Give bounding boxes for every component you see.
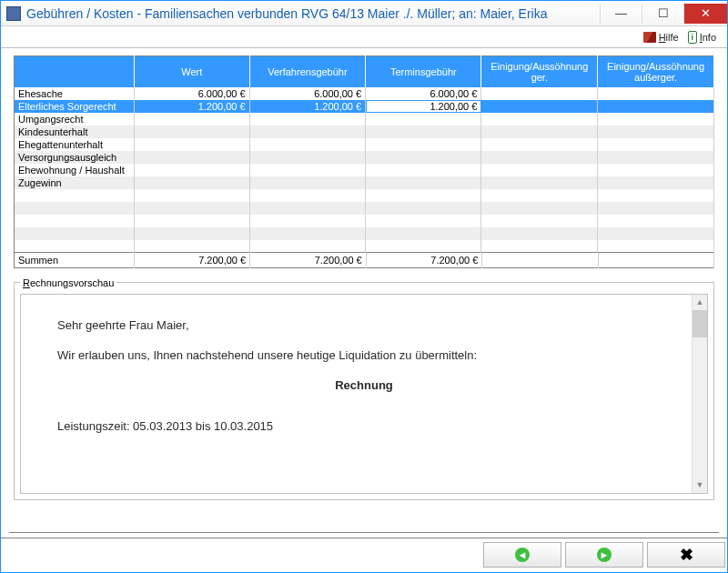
cell-ea[interactable] (598, 113, 714, 126)
maximize-button[interactable]: ☐ (642, 4, 683, 24)
scroll-thumb[interactable] (693, 310, 707, 337)
fees-grid[interactable]: Wert Verfahrensgebühr Terminsgebühr Eini… (14, 55, 714, 253)
cell-label[interactable]: Ehegattenunterhalt (15, 138, 135, 151)
footer-separator (9, 532, 719, 533)
cell-wert[interactable] (134, 138, 249, 151)
book-icon (643, 32, 656, 43)
sum-verf: 7.200,00 € (250, 253, 367, 267)
sum-ea (598, 253, 713, 267)
cell-term[interactable] (366, 151, 481, 164)
cell-label[interactable]: Zugewinn (15, 176, 135, 189)
cell-label[interactable]: Umgangsrecht (15, 113, 135, 126)
cell-wert[interactable] (134, 113, 249, 126)
table-row[interactable]: Zugewinn (15, 176, 714, 189)
col-header-eg[interactable]: Einigung/Aussöhnung ger. (481, 56, 598, 87)
app-icon (6, 6, 21, 21)
preview-scrollbar[interactable]: ▲ ▼ (692, 295, 707, 493)
table-row[interactable]: Ehewohnung / Haushalt (15, 164, 714, 176)
forward-button[interactable]: ► (565, 542, 643, 568)
cell-eg[interactable] (481, 164, 598, 176)
cell-verf[interactable] (249, 113, 365, 126)
cell-ea[interactable] (598, 138, 714, 151)
cell-wert[interactable] (134, 164, 249, 176)
cell-wert[interactable] (134, 176, 249, 189)
cell-wert[interactable] (134, 151, 249, 164)
table-row[interactable]: Elterliches Sorgerecht1.200,00 €1.200,00… (15, 100, 714, 113)
col-header-term[interactable]: Terminsgebühr (366, 56, 481, 87)
grid-header-row: Wert Verfahrensgebühr Terminsgebühr Eini… (15, 56, 714, 87)
cell-term[interactable] (366, 176, 481, 189)
cell-term[interactable] (366, 113, 481, 126)
table-row[interactable]: Ehegattenunterhalt (15, 138, 714, 151)
info-icon: i (688, 31, 697, 44)
cell-label[interactable]: Kindesunterhalt (15, 126, 135, 138)
back-button[interactable]: ◄ (483, 542, 561, 568)
help-label: Hilfe (659, 32, 679, 43)
table-row[interactable]: Versorgungsausgleich (15, 151, 714, 164)
grid-sum-row: Summen 7.200,00 € 7.200,00 € 7.200,00 € (14, 253, 714, 268)
col-header-ea[interactable]: Einigung/Aussöhnung außerger. (598, 56, 714, 87)
cell-eg[interactable] (481, 126, 598, 138)
main-content: Wert Verfahrensgebühr Terminsgebühr Eini… (1, 48, 727, 500)
footer: ◄ ► ✖ (1, 538, 727, 572)
cell-eg[interactable] (481, 87, 598, 100)
col-header-verf[interactable]: Verfahrensgebühr (249, 56, 365, 87)
cell-term[interactable] (366, 164, 481, 176)
cell-ea[interactable] (598, 151, 714, 164)
arrow-right-icon: ► (597, 548, 612, 562)
cell-term[interactable] (366, 126, 481, 138)
cell-term[interactable] (366, 138, 481, 151)
cell-verf[interactable] (249, 176, 365, 189)
close-button[interactable]: ✕ (683, 4, 727, 24)
cell-ea[interactable] (598, 164, 714, 176)
cell-verf[interactable] (249, 164, 365, 176)
sum-label: Summen (15, 253, 135, 267)
titlebar: Gebühren / Kosten - Familiensachen verbu… (1, 1, 727, 26)
cell-ea[interactable] (598, 100, 714, 113)
window-title: Gebühren / Kosten - Familiensachen verbu… (26, 6, 600, 21)
table-row[interactable]: Kindesunterhalt (15, 126, 714, 138)
preview-heading: Rechnung (57, 378, 671, 392)
sum-wert: 7.200,00 € (134, 253, 250, 267)
toolbar: Hilfe i Info (1, 26, 727, 48)
table-row[interactable]: Ehesache6.000,00 €6.000,00 €6.000,00 € (15, 87, 714, 100)
cell-verf[interactable]: 1.200,00 € (249, 100, 365, 113)
preview-legend: Rechnungsvorschau (20, 277, 116, 288)
cell-verf[interactable] (249, 151, 365, 164)
cell-wert[interactable]: 1.200,00 € (134, 100, 249, 113)
scroll-down-icon[interactable]: ▼ (693, 478, 707, 493)
cell-wert[interactable]: 6.000,00 € (134, 87, 249, 100)
info-button[interactable]: i Info (684, 30, 720, 45)
minimize-button[interactable]: — (600, 4, 642, 24)
preview-greeting: Sehr geehrte Frau Maier, (57, 318, 671, 332)
cell-verf[interactable] (249, 138, 365, 151)
cell-eg[interactable] (481, 176, 598, 189)
table-row[interactable]: Umgangsrecht (15, 113, 714, 126)
cell-label[interactable]: Versorgungsausgleich (15, 151, 135, 164)
help-button[interactable]: Hilfe (640, 31, 682, 44)
sum-term: 7.200,00 € (366, 253, 482, 267)
close-icon: ✖ (680, 545, 693, 565)
cell-verf[interactable] (249, 126, 365, 138)
cell-label[interactable]: Ehesache (15, 87, 135, 100)
cell-eg[interactable] (481, 151, 598, 164)
scroll-up-icon[interactable]: ▲ (693, 295, 707, 310)
cell-ea[interactable] (598, 176, 714, 189)
cell-ea[interactable] (598, 87, 714, 100)
preview-period: Leistungszeit: 05.03.2013 bis 10.03.2015 (57, 419, 671, 433)
cell-term[interactable]: 1.200,00 € (366, 100, 481, 113)
cell-label[interactable]: Ehewohnung / Haushalt (15, 164, 135, 176)
cancel-button[interactable]: ✖ (647, 542, 725, 568)
cell-eg[interactable] (481, 113, 598, 126)
cell-term[interactable]: 6.000,00 € (366, 87, 481, 100)
cell-label[interactable]: Elterliches Sorgerecht (15, 100, 135, 113)
cell-eg[interactable] (481, 138, 598, 151)
invoice-preview[interactable]: Sehr geehrte Frau Maier, Wir erlauben un… (20, 294, 708, 494)
cell-wert[interactable] (134, 126, 249, 138)
cell-verf[interactable]: 6.000,00 € (249, 87, 365, 100)
arrow-left-icon: ◄ (515, 548, 530, 562)
cell-ea[interactable] (598, 126, 714, 138)
col-header-label[interactable] (15, 56, 135, 87)
col-header-wert[interactable]: Wert (134, 56, 249, 87)
cell-eg[interactable] (481, 100, 598, 113)
